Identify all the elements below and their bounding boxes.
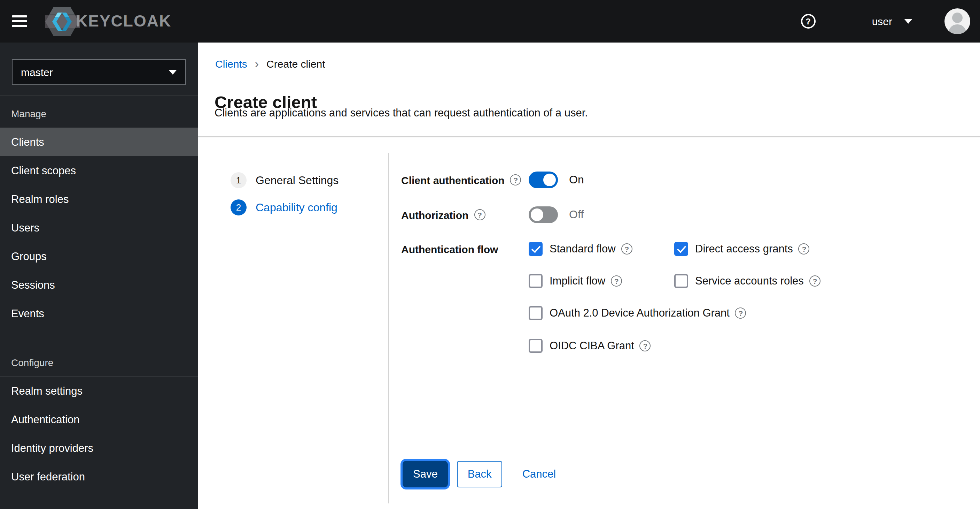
nav-section-configure: Configure (0, 328, 198, 376)
sidebar-item-events[interactable]: Events (0, 299, 198, 328)
chevron-down-icon (169, 70, 177, 75)
authorization-row: Authorization ? Off (401, 206, 584, 223)
oauth-device-grant-checkbox[interactable] (529, 306, 542, 320)
user-menu[interactable]: user (868, 14, 916, 28)
sidebar-item-realm-settings[interactable]: Realm settings (0, 377, 198, 405)
sidebar-item-users[interactable]: Users (0, 213, 198, 242)
toggle-state-label: Off (569, 209, 584, 221)
sidebar-item-client-scopes[interactable]: Client scopes (0, 156, 198, 185)
question-circle-icon[interactable]: ? (735, 308, 746, 319)
question-circle-icon[interactable]: ? (640, 340, 651, 351)
main-content: Clients › Create client Create client Cl… (198, 43, 980, 509)
oauth-device-grant-option: OAuth 2.0 Device Authorization Grant ? (529, 306, 746, 320)
question-circle-icon[interactable]: ? (510, 174, 521, 185)
cancel-button[interactable]: Cancel (522, 468, 556, 480)
wizard-nav-divider (388, 153, 389, 503)
header-divider (198, 136, 980, 137)
standard-flow-checkbox[interactable] (529, 242, 542, 256)
sidebar-item-sessions[interactable]: Sessions (0, 271, 198, 299)
chevron-down-icon (904, 19, 912, 24)
save-button[interactable]: Save (402, 461, 448, 487)
breadcrumb-current: Create client (266, 58, 325, 70)
wizard-step-general-settings[interactable]: 1 General Settings (231, 172, 339, 188)
authorization-label: Authorization ? (401, 209, 529, 221)
checkbox-label: Service accounts roles (695, 275, 804, 287)
avatar-head (952, 13, 963, 23)
authentication-flow-label: Authentication flow (401, 243, 529, 255)
question-circle-icon[interactable]: ? (809, 275, 821, 287)
standard-flow-option: Standard flow ? (529, 242, 674, 256)
wizard-step-capability-config[interactable]: 2 Capability config (231, 199, 337, 215)
authentication-flow-row-4: OIDC CIBA Grant ? (401, 337, 651, 354)
help-icon[interactable]: ? (801, 14, 816, 29)
checkbox-label: Direct access grants (695, 243, 793, 255)
keycloak-logo: KEYCLOAK (44, 5, 171, 37)
implicit-flow-option: Implicit flow ? (529, 274, 674, 288)
toggle-knob (543, 174, 556, 186)
avatar[interactable] (945, 8, 970, 34)
label-text: Client authentication (401, 174, 504, 186)
question-circle-icon[interactable]: ? (621, 243, 632, 254)
step-number: 2 (231, 199, 247, 215)
realm-selector[interactable]: master (12, 59, 186, 85)
question-circle-icon[interactable]: ? (474, 209, 485, 220)
authorization-toggle[interactable] (529, 206, 558, 223)
label-text: Authorization (401, 209, 468, 221)
step-label: General Settings (256, 174, 339, 187)
sidebar-item-clients[interactable]: Clients (0, 128, 198, 156)
back-button[interactable]: Back (457, 461, 502, 487)
direct-access-grants-option: Direct access grants ? (674, 242, 810, 256)
keycloak-logo-icon (44, 5, 80, 37)
question-circle-icon[interactable]: ? (611, 275, 622, 287)
question-circle-icon[interactable]: ? (799, 243, 810, 254)
client-authentication-label: Client authentication ? (401, 174, 529, 186)
checkbox-label: Implicit flow (550, 275, 605, 287)
realm-selector-value: master (21, 66, 53, 78)
client-authentication-toggle[interactable] (529, 172, 558, 188)
breadcrumb: Clients › Create client (215, 58, 325, 70)
checkbox-label: OIDC CIBA Grant (550, 340, 634, 352)
authentication-flow-row-2: Implicit flow ? Service accounts roles ? (401, 273, 821, 289)
sidebar: master Manage Clients Client scopes Real… (0, 43, 198, 509)
oidc-ciba-grant-option: OIDC CIBA Grant ? (529, 339, 651, 353)
hamburger-icon[interactable] (12, 15, 27, 27)
brand-text: KEYCLOAK (76, 12, 171, 31)
sidebar-item-groups[interactable]: Groups (0, 242, 198, 271)
masthead-right: ? user (801, 8, 980, 34)
masthead: KEYCLOAK ? user (0, 0, 980, 43)
sidebar-item-realm-roles[interactable]: Realm roles (0, 185, 198, 213)
sidebar-item-authentication[interactable]: Authentication (0, 405, 198, 434)
implicit-flow-checkbox[interactable] (529, 274, 542, 288)
toggle-state-label: On (569, 174, 584, 186)
toggle-knob (531, 209, 543, 221)
breadcrumb-clients-link[interactable]: Clients (215, 58, 247, 70)
service-accounts-roles-checkbox[interactable] (674, 274, 688, 288)
keycloak-admin-console: KEYCLOAK ? user master Manage Clients Cl… (0, 0, 980, 509)
authentication-flow-row-1: Authentication flow Standard flow ? Dire… (401, 241, 810, 257)
authentication-flow-row-3: OAuth 2.0 Device Authorization Grant ? (401, 305, 746, 321)
oidc-ciba-grant-checkbox[interactable] (529, 339, 542, 353)
nav-section-manage: Manage (0, 96, 198, 128)
username: user (872, 15, 892, 27)
chevron-right-icon: › (255, 59, 259, 69)
step-label: Capability config (256, 201, 337, 214)
step-number: 1 (231, 172, 247, 188)
checkbox-label: Standard flow (550, 243, 616, 255)
client-authentication-row: Client authentication ? On (401, 172, 584, 188)
sidebar-item-identity-providers[interactable]: Identity providers (0, 434, 198, 462)
avatar-shoulders (949, 24, 966, 34)
service-accounts-roles-option: Service accounts roles ? (674, 274, 821, 288)
page-description: Clients are applications and services th… (215, 107, 588, 119)
wizard-actions: Save Back Cancel (402, 461, 556, 487)
checkbox-label: OAuth 2.0 Device Authorization Grant (550, 307, 730, 319)
sidebar-item-user-federation[interactable]: User federation (0, 462, 198, 491)
direct-access-grants-checkbox[interactable] (674, 242, 688, 256)
